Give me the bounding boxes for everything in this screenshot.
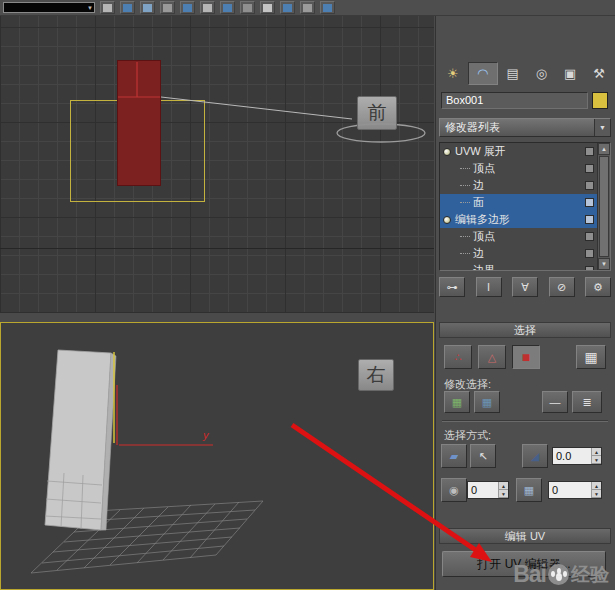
command-panel: ☀ ◠ ▤ ◎ ▣ ⚒ Box001 修改器列表 ▼ UVW 展开 顶点 边: [435, 16, 615, 590]
modifier-enable-bulb-icon[interactable]: [443, 148, 451, 156]
stack-item-handle: [585, 181, 594, 190]
configure-modifier-sets-icon[interactable]: ⚙: [585, 277, 611, 297]
scroll-down-icon[interactable]: ▼: [598, 258, 610, 270]
stack-subitem-face[interactable]: 面: [440, 194, 598, 211]
viewcube-right-label[interactable]: 右: [358, 359, 394, 391]
viewport-front[interactable]: 前: [0, 16, 434, 313]
stack-item-label: UVW 展开: [455, 144, 506, 159]
pin-stack-icon[interactable]: ⊶: [439, 277, 465, 297]
stack-item-label: 边: [473, 246, 484, 261]
dropdown-arrow-icon[interactable]: ▼: [594, 119, 610, 136]
vertex-subobject-icon[interactable]: ∴: [444, 345, 472, 369]
spinner-down-icon[interactable]: ▼: [592, 490, 601, 498]
object-name-field[interactable]: Box001: [441, 92, 588, 109]
stack-scrollbar[interactable]: ▲ ▼: [597, 143, 610, 270]
create-tab-icon: ☀: [447, 66, 459, 81]
baidu-paw-icon: [548, 564, 569, 585]
grid-value-spinner[interactable]: 0 ▲ ▼: [548, 481, 602, 499]
select-sphere-icon[interactable]: ◉: [441, 478, 467, 502]
show-end-result-icon[interactable]: I: [476, 277, 502, 297]
tab-modify[interactable]: ◠: [468, 62, 498, 85]
spinner-up-icon[interactable]: ▲: [592, 482, 601, 490]
spinner-value[interactable]: 0.0: [553, 448, 591, 464]
shrink-selection-icon[interactable]: ▦: [474, 391, 500, 413]
main-toolbar: ▼: [0, 0, 615, 16]
edge-ring-icon[interactable]: —: [542, 391, 568, 413]
named-selection-set-dropdown[interactable]: ▼: [3, 2, 95, 13]
remove-modifier-icon[interactable]: ⊘: [549, 277, 575, 297]
layer-manager-icon[interactable]: [140, 1, 155, 14]
spinner-up-icon[interactable]: ▲: [499, 482, 508, 490]
edit-uv-rollout-header[interactable]: 编辑 UV: [439, 528, 611, 544]
viewcube-front-label[interactable]: 前: [357, 96, 397, 130]
scroll-up-icon[interactable]: ▲: [598, 143, 610, 155]
planar-angle-spinner[interactable]: 0.0 ▲ ▼: [552, 447, 602, 465]
element-subobject-icon[interactable]: ▦: [576, 345, 606, 369]
spinner-value[interactable]: 0: [549, 482, 591, 498]
make-unique-icon[interactable]: ∀: [512, 277, 538, 297]
divider: [442, 420, 608, 422]
edge-subobject-icon[interactable]: △: [478, 345, 506, 369]
render-last-icon[interactable]: [320, 1, 335, 14]
edge-loop-icon[interactable]: ≣: [572, 391, 602, 413]
spinner-up-icon[interactable]: ▲: [592, 448, 601, 456]
tab-display[interactable]: ▣: [556, 62, 584, 85]
box-object-right-view: [45, 350, 111, 530]
watermark-latin-text: Bai: [513, 561, 546, 588]
planar-angle-icon[interactable]: ◢: [522, 444, 548, 468]
stack-item-edit-poly[interactable]: 编辑多边形: [440, 211, 598, 228]
stack-item-handle: [585, 266, 594, 271]
stack-item-handle: [585, 198, 594, 207]
modify-tab-icon: ◠: [477, 66, 488, 81]
spinner-value[interactable]: 0: [468, 482, 498, 498]
front-label-text: 前: [368, 100, 387, 126]
stack-subitem-vertex[interactable]: 顶点: [440, 160, 598, 177]
stack-subitem-vertex-2[interactable]: 顶点: [440, 228, 598, 245]
selection-method-label: 选择方式:: [444, 428, 491, 443]
stack-item-label: 边界: [473, 263, 495, 271]
select-grid-icon[interactable]: ▦: [516, 478, 542, 502]
paint-select-cursor-icon[interactable]: ↖: [470, 444, 496, 468]
stack-subitem-border[interactable]: 边界: [440, 262, 598, 271]
stack-subitem-edge-2[interactable]: 边: [440, 245, 598, 262]
utilities-tab-icon: ⚒: [593, 66, 605, 81]
render-iterative-icon[interactable]: [300, 1, 315, 14]
render-production-icon[interactable]: [280, 1, 295, 14]
schematic-view-icon[interactable]: [200, 1, 215, 14]
modifier-list-label: 修改器列表: [445, 120, 500, 135]
curve-editor-icon[interactable]: [180, 1, 195, 14]
modifier-enable-bulb-icon[interactable]: [443, 216, 451, 224]
spinner-down-icon[interactable]: ▼: [592, 456, 601, 464]
spinner-down-icon[interactable]: ▼: [499, 490, 508, 498]
sphere-value-spinner[interactable]: 0 ▲ ▼: [467, 481, 509, 499]
front-viewport-overlay: [0, 16, 434, 313]
axis-y-label: y: [202, 429, 210, 441]
stack-item-handle: [585, 249, 594, 258]
modifier-list-dropdown[interactable]: 修改器列表 ▼: [439, 118, 611, 137]
object-color-swatch[interactable]: [592, 92, 608, 109]
viewport-right[interactable]: y 右: [0, 322, 434, 590]
material-editor-icon[interactable]: [220, 1, 235, 14]
stack-item-label: 边: [473, 178, 484, 193]
align-icon[interactable]: [120, 1, 135, 14]
tab-utilities[interactable]: ⚒: [585, 62, 613, 85]
tab-hierarchy[interactable]: ▤: [499, 62, 527, 85]
render-setup-icon[interactable]: [240, 1, 255, 14]
scrollbar-thumb[interactable]: [599, 156, 609, 257]
tab-create[interactable]: ☀: [439, 62, 467, 85]
baidu-jingyan-watermark: Bai 经验: [513, 561, 609, 588]
selection-rollout-header[interactable]: 选择: [439, 322, 611, 338]
mirror-icon[interactable]: [100, 1, 115, 14]
stack-item-label: 编辑多边形: [455, 212, 510, 227]
face-subobject-icon[interactable]: ■: [512, 345, 540, 369]
tab-motion[interactable]: ◎: [527, 62, 555, 85]
stack-subitem-edge[interactable]: 边: [440, 177, 598, 194]
modifier-stack: UVW 展开 顶点 边 面 编辑多边形 顶点: [439, 142, 611, 271]
stack-item-handle: [585, 164, 594, 173]
select-by-planar-icon[interactable]: ▰: [441, 444, 467, 468]
ribbon-toggle-icon[interactable]: [160, 1, 175, 14]
stack-item-uvw-unwrap[interactable]: UVW 展开: [440, 143, 598, 160]
rendered-frame-window-icon[interactable]: [260, 1, 275, 14]
grow-selection-icon[interactable]: ▦: [444, 391, 470, 413]
watermark-cjk-text: 经验: [571, 562, 609, 588]
